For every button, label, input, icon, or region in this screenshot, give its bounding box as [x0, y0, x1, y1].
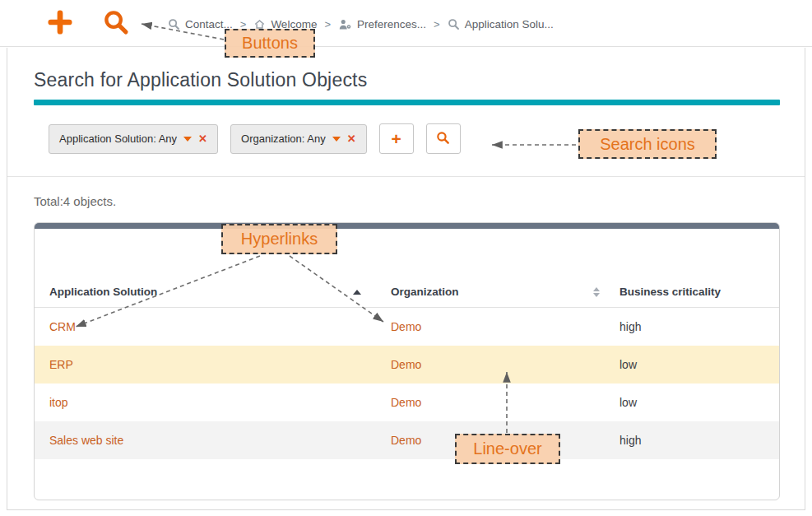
organization-link[interactable]: Demo: [391, 358, 421, 371]
magnifier-icon: [436, 131, 450, 147]
total-value: 4 objects.: [63, 194, 116, 208]
column-label: Organization: [391, 286, 459, 298]
screen: Contact... > Welcome > Preferences... >: [0, 0, 812, 516]
sortable-icon: [593, 287, 600, 297]
total-label: Total:: [34, 194, 63, 208]
remove-criterion-icon[interactable]: ✕: [347, 132, 356, 145]
application-solution-link[interactable]: Sales web site: [49, 434, 123, 447]
search-icon: [448, 18, 460, 30]
breadcrumb-separator: >: [240, 18, 247, 30]
application-solution-link[interactable]: itop: [49, 396, 68, 409]
application-solution-link[interactable]: CRM: [49, 320, 76, 333]
main-content: Search for Application Solution Objects …: [7, 48, 805, 510]
top-toolbar: Contact... > Welcome > Preferences... >: [0, 0, 812, 47]
search-criteria-row: Application Solution: Any ✕ Organization…: [49, 123, 461, 154]
welcome-icon: [253, 18, 266, 30]
results-table: Application Solution Organization Busine…: [34, 222, 780, 500]
global-search-button[interactable]: [102, 9, 130, 37]
application-solution-link[interactable]: ERP: [49, 358, 73, 371]
plus-icon: [47, 26, 73, 38]
breadcrumb-label: Welcome: [271, 18, 317, 30]
column-label: Application Solution: [49, 286, 157, 298]
column-header-application-solution[interactable]: Application Solution: [49, 286, 391, 298]
preferences-icon: [338, 18, 352, 30]
breadcrumb: Contact... > Welcome > Preferences... >: [168, 14, 554, 34]
breadcrumb-item-welcome[interactable]: Welcome: [253, 18, 317, 30]
organization-link[interactable]: Demo: [391, 320, 421, 333]
breadcrumb-item-application-solution[interactable]: Application Solu...: [448, 18, 554, 30]
business-criticality-value: low: [619, 396, 779, 409]
chevron-down-icon: [332, 137, 341, 142]
sort-ascending-icon: [353, 290, 361, 295]
criterion-label: Organization: Any: [241, 132, 326, 145]
table-row[interactable]: ERP Demo low: [35, 346, 779, 384]
table-row[interactable]: CRM Demo high: [35, 308, 779, 346]
breadcrumb-item-preferences[interactable]: Preferences...: [338, 18, 426, 30]
table-row[interactable]: itop Demo low: [35, 384, 779, 421]
business-criticality-value: high: [619, 434, 779, 447]
chevron-down-icon: [183, 137, 192, 142]
column-header-business-criticality[interactable]: Business criticality: [619, 286, 779, 298]
add-criterion-button[interactable]: +: [379, 123, 414, 154]
breadcrumb-separator: >: [434, 18, 440, 30]
organization-link[interactable]: Demo: [391, 396, 421, 409]
table-row[interactable]: Sales web site Demo high: [35, 421, 779, 459]
breadcrumb-item-contact[interactable]: Contact...: [168, 18, 233, 30]
magnifier-icon: [103, 26, 129, 38]
results-total: Total:4 objects.: [34, 194, 116, 208]
breadcrumb-label: Application Solu...: [465, 18, 554, 30]
remove-criterion-icon[interactable]: ✕: [198, 132, 207, 145]
run-search-button[interactable]: [426, 123, 461, 154]
title-accent-bar: [34, 100, 780, 105]
search-form-divider: [7, 176, 805, 177]
search-icon: [168, 18, 180, 30]
business-criticality-value: high: [619, 320, 779, 333]
criterion-organization[interactable]: Organization: Any ✕: [230, 124, 367, 154]
business-criticality-value: low: [619, 358, 779, 371]
criterion-application-solution[interactable]: Application Solution: Any ✕: [49, 124, 218, 154]
column-label: Business criticality: [619, 286, 721, 298]
breadcrumb-label: Contact...: [185, 18, 233, 30]
table-header-row: Application Solution Organization Busine…: [35, 277, 779, 308]
criterion-label: Application Solution: Any: [59, 132, 177, 145]
new-object-button[interactable]: [46, 9, 74, 37]
page-title: Search for Application Solution Objects: [34, 69, 367, 91]
breadcrumb-label: Preferences...: [357, 18, 426, 30]
table-accent-bar: [35, 223, 779, 229]
organization-link[interactable]: Demo: [391, 434, 421, 447]
column-header-organization[interactable]: Organization: [391, 286, 619, 298]
breadcrumb-separator: >: [324, 18, 331, 30]
